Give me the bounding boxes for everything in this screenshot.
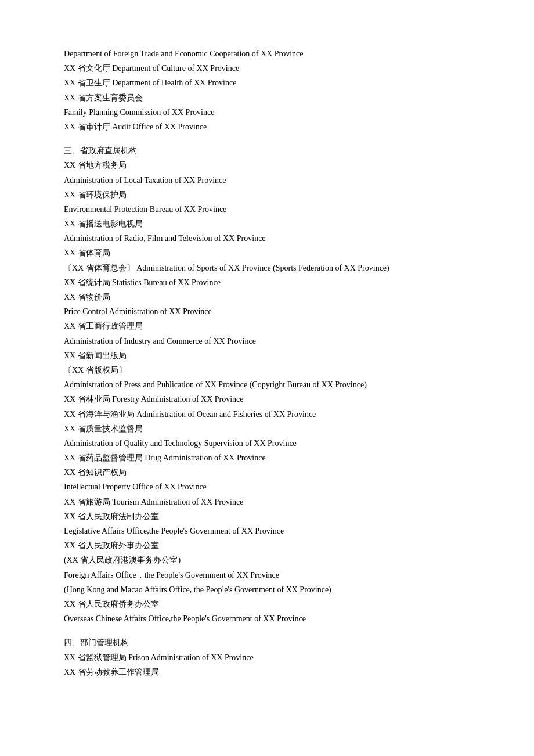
text-line: (Hong Kong and Macao Affairs Office, the… [64, 582, 470, 597]
text-line: 〔XX 省版权局〕 [64, 363, 470, 377]
text-line: XX 省海洋与渔业局 Administration of Ocean and F… [64, 407, 470, 422]
text-line: Foreign Affairs Office，the People's Gove… [64, 568, 470, 582]
text-line: XX 省体育局 [64, 246, 470, 260]
text-line: XX 省劳动教养工作管理局 [64, 665, 470, 679]
text-line: XX 省物价局 [64, 290, 470, 304]
text-line: Department of Foreign Trade and Economic… [64, 46, 470, 61]
text-line: XX 省文化厅 Department of Culture of XX Prov… [64, 61, 470, 75]
text-line: 四、部门管理机构 [64, 635, 470, 650]
text-line: XX 省环境保护局 [64, 188, 470, 202]
text-line: Administration of Local Taxation of XX P… [64, 173, 470, 188]
text-line: XX 省人民政府外事办公室 [64, 538, 470, 553]
text-line: Intellectual Property Office of XX Provi… [64, 480, 470, 494]
text-line: XX 省质量技术监督局 [64, 422, 470, 436]
text-line: XX 省人民政府侨务办公室 [64, 597, 470, 611]
text-line: XX 省统计局 Statistics Bureau of XX Province [64, 275, 470, 290]
text-line: Administration of Press and Publication … [64, 377, 470, 392]
text-line: XX 省审计厅 Audit Office of XX Province [64, 120, 470, 134]
text-line: (XX 省人民政府港澳事务办公室) [64, 553, 470, 567]
text-line: XX 省林业局 Forestry Administration of XX Pr… [64, 392, 470, 406]
text-line: XX 省人民政府法制办公室 [64, 509, 470, 524]
text-line: XX 省工商行政管理局 [64, 319, 470, 333]
text-line: Legislative Affairs Office,the People's … [64, 524, 470, 538]
text-line: Environmental Protection Bureau of XX Pr… [64, 202, 470, 217]
text-line: Overseas Chinese Affairs Office,the Peop… [64, 611, 470, 626]
text-line: XX 省地方税务局 [64, 158, 470, 172]
text-line: 〔XX 省体育总会〕 Administration of Sports of X… [64, 261, 470, 275]
text-line: Price Control Administration of XX Provi… [64, 304, 470, 319]
main-content: Department of Foreign Trade and Economic… [64, 46, 470, 679]
text-line: XX 省旅游局 Tourism Administration of XX Pro… [64, 495, 470, 509]
text-line: 三、省政府直属机构 [64, 143, 470, 158]
text-line: XX 省监狱管理局 Prison Administration of XX Pr… [64, 650, 470, 665]
text-line: Administration of Radio, Film and Televi… [64, 231, 470, 246]
text-line: XX 省药品监督管理局 Drug Administration of XX Pr… [64, 451, 470, 465]
text-line: XX 省卫生厅 Department of Health of XX Provi… [64, 75, 470, 90]
text-line: XX 省方案生育委员会 [64, 91, 470, 105]
text-line: Administration of Quality and Technology… [64, 436, 470, 451]
text-line: XX 省播送电影电视局 [64, 217, 470, 231]
text-line: Family Planning Commission of XX Provinc… [64, 105, 470, 120]
text-line: XX 省新闻出版局 [64, 348, 470, 363]
text-line: XX 省知识产权局 [64, 465, 470, 480]
text-line: Administration of Industry and Commerce … [64, 334, 470, 348]
